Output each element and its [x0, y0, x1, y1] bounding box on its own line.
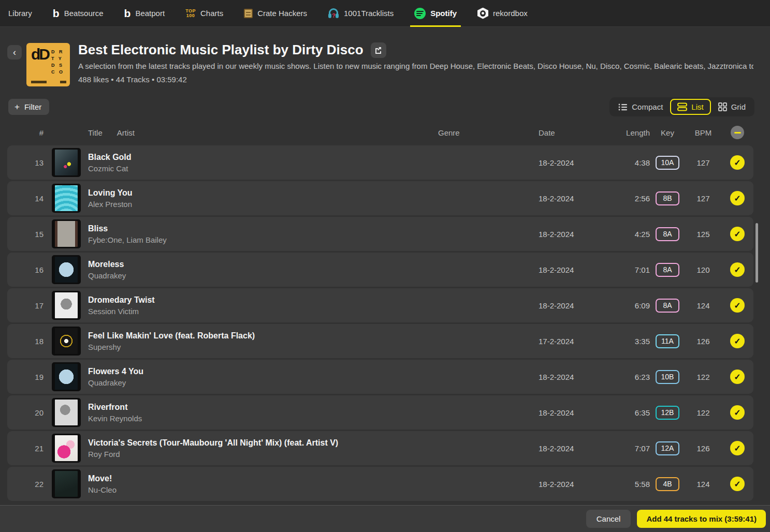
- header-key[interactable]: Key: [650, 128, 685, 137]
- track-artist: Session Victim: [88, 307, 438, 316]
- compact-view-icon: [618, 103, 628, 111]
- header-length[interactable]: Length: [624, 128, 650, 137]
- bottom-action-bar: Cancel Add 44 tracks to mix (3:59:41): [0, 505, 770, 532]
- track-date: 18-2-2024: [539, 444, 624, 453]
- header-bpm[interactable]: BPM: [685, 128, 721, 137]
- header-title[interactable]: Title: [88, 128, 103, 137]
- nav-item-crate-hackers[interactable]: Crate Hackers: [244, 0, 307, 27]
- open-external-link-button[interactable]: [371, 42, 386, 58]
- add-tracks-button[interactable]: Add 44 tracks to mix (3:59:41): [637, 510, 766, 528]
- selected-check-icon[interactable]: ✓: [730, 477, 745, 491]
- filter-button[interactable]: + Filter: [8, 99, 49, 115]
- vertical-scrollbar[interactable]: [756, 223, 758, 283]
- table-row[interactable]: 20 Riverfront Kevin Reynolds 18-2-2024 6…: [7, 395, 753, 430]
- selected-check-icon[interactable]: ✓: [730, 405, 745, 420]
- key-badge: 10B: [656, 370, 679, 384]
- selected-check-icon[interactable]: ✓: [730, 191, 745, 205]
- track-length: 2:56: [624, 194, 650, 203]
- back-button[interactable]: ‹: [7, 45, 22, 60]
- nav-label: Library: [8, 9, 32, 18]
- track-artist: Fybe:One, Liam Bailey: [88, 235, 438, 244]
- album-art: [52, 184, 81, 213]
- nav-label: Spotify: [430, 9, 457, 18]
- table-row[interactable]: 21 Victoria's Secrets (Tour-Maubourg 'Al…: [7, 431, 753, 465]
- track-date: 18-2-2024: [539, 408, 624, 417]
- table-row[interactable]: 15 Bliss Fybe:One, Liam Bailey 18-2-2024…: [7, 217, 753, 251]
- table-row[interactable]: 18 Feel Like Makin' Love (feat. Roberta …: [7, 324, 753, 358]
- headphones-icon: ?: [328, 8, 339, 19]
- deselect-all-button[interactable]: [731, 126, 744, 139]
- table-row[interactable]: 16 Moreless Quadrakey 18-2-2024 7:01 8A …: [7, 253, 753, 287]
- cancel-button[interactable]: Cancel: [586, 510, 631, 528]
- track-length: 3:35: [624, 337, 650, 346]
- key-badge: 8A: [656, 227, 679, 241]
- header-date[interactable]: Date: [539, 128, 624, 137]
- key-badge: 11A: [656, 334, 679, 348]
- track-title: Black Gold: [88, 153, 438, 162]
- plus-icon: +: [14, 102, 20, 111]
- nav-label: 1001Tracklists: [344, 9, 394, 18]
- track-number: 15: [7, 230, 43, 239]
- track-length: 6:35: [624, 408, 650, 417]
- track-date: 18-2-2024: [539, 230, 624, 239]
- track-title: Moreless: [88, 260, 438, 269]
- view-compact-button[interactable]: Compact: [611, 99, 670, 115]
- nav-item-1001tracklists[interactable]: ? 1001Tracklists: [328, 0, 394, 27]
- view-grid-button[interactable]: Grid: [711, 99, 753, 115]
- track-date: 18-2-2024: [539, 480, 624, 489]
- selected-check-icon[interactable]: ✓: [730, 298, 745, 313]
- nav-item-library[interactable]: Library: [8, 0, 32, 27]
- cover-title-text: D R T Y D S C O: [51, 49, 66, 76]
- selected-check-icon[interactable]: ✓: [730, 370, 745, 384]
- track-date: 18-2-2024: [539, 373, 624, 381]
- nav-item-rekordbox[interactable]: rekordbox: [477, 0, 528, 27]
- header-genre[interactable]: Genre: [438, 128, 539, 137]
- album-art-image: [55, 364, 78, 390]
- track-number: 19: [7, 373, 43, 381]
- track-artist: Alex Preston: [88, 200, 438, 209]
- track-number: 16: [7, 265, 43, 274]
- table-row[interactable]: 19 Flowers 4 You Quadrakey 18-2-2024 6:2…: [7, 360, 753, 394]
- selected-check-icon[interactable]: ✓: [730, 441, 745, 455]
- track-number: 21: [7, 444, 43, 453]
- table-row[interactable]: 14 Loving You Alex Preston 18-2-2024 2:5…: [7, 181, 753, 215]
- nav-label: Beatport: [135, 9, 165, 18]
- track-number: 13: [7, 158, 43, 167]
- header-artist[interactable]: Artist: [117, 128, 135, 137]
- key-badge: 12B: [656, 406, 679, 420]
- track-bpm: 122: [685, 373, 721, 381]
- album-art-image: [55, 292, 78, 318]
- table-row[interactable]: 22 Move! Nu-Cleo 18-2-2024 5:58 4B 124 ✓: [7, 467, 753, 501]
- nav-item-spotify[interactable]: Spotify: [414, 0, 457, 27]
- track-bpm: 126: [685, 337, 721, 346]
- selected-check-icon[interactable]: ✓: [730, 262, 745, 277]
- nav-item-charts[interactable]: TOP 100 Charts: [185, 0, 223, 27]
- nav-item-beatsource[interactable]: b Beatsource: [53, 0, 104, 27]
- playlist-header: ‹ dD D R T Y D S C O Best Electronic Mus…: [0, 27, 770, 86]
- track-bpm: 126: [685, 444, 721, 453]
- table-row[interactable]: 17 Dromedary Twist Session Victim 18-2-2…: [7, 288, 753, 322]
- album-art: [52, 398, 81, 427]
- track-bpm: 124: [685, 301, 721, 310]
- track-artist: Roy Ford: [88, 450, 438, 459]
- nav-label: rekordbox: [493, 9, 528, 18]
- selected-check-icon[interactable]: ✓: [730, 227, 745, 241]
- selected-check-icon[interactable]: ✓: [730, 334, 745, 348]
- key-badge: 10A: [656, 156, 679, 170]
- view-list-button[interactable]: List: [670, 99, 710, 115]
- nav-label: Charts: [200, 9, 223, 18]
- table-row[interactable]: 13 Black Gold Cozmic Cat 18-2-2024 4:38 …: [7, 145, 753, 180]
- nav-item-beatport[interactable]: b Beatport: [124, 0, 165, 27]
- track-number: 20: [7, 408, 43, 417]
- track-number: 18: [7, 337, 43, 346]
- track-title: Riverfront: [88, 403, 438, 412]
- album-art: [52, 148, 81, 177]
- track-bpm: 125: [685, 230, 721, 239]
- selected-check-icon[interactable]: ✓: [730, 155, 745, 170]
- album-art-image: [55, 400, 78, 425]
- track-length: 7:01: [624, 265, 650, 274]
- track-length: 6:23: [624, 373, 650, 381]
- page-title: Best Electronic Music Playlist by Dirty …: [78, 42, 364, 58]
- external-link-icon: [374, 46, 382, 54]
- header-number[interactable]: #: [7, 128, 43, 137]
